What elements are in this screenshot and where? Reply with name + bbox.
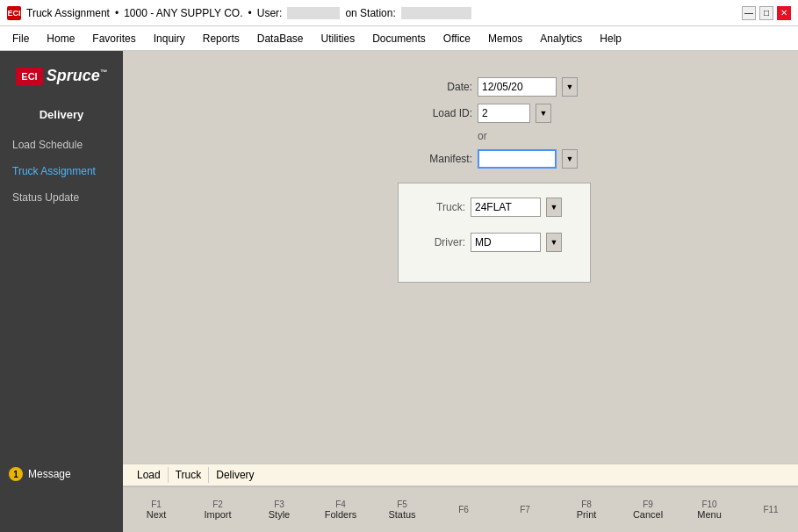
fkey-f10-label: Menu	[697, 509, 722, 520]
driver-dropdown-btn[interactable]: ▼	[546, 233, 562, 252]
loadid-input[interactable]	[478, 104, 530, 123]
menu-file[interactable]: File	[4, 29, 38, 48]
station-label: on Station:	[345, 7, 395, 19]
fkey-f3-num: F3	[274, 500, 284, 509]
title-separator2: •	[248, 7, 252, 19]
fkey-bar: F1 Next F2 Import F3 Style F4 Folders F5…	[123, 486, 798, 532]
manifest-row: Manifest: ▼	[411, 149, 578, 169]
fkey-f6[interactable]: F6	[434, 501, 493, 518]
bottom-tab-bar: Load Truck Delivery Document	[123, 464, 798, 486]
date-input[interactable]	[478, 77, 557, 97]
menu-database[interactable]: DataBase	[248, 29, 313, 48]
sidebar: ECI Spruce™ Delivery Load Schedule Truck…	[0, 51, 123, 532]
truck-box: Truck: ▼ Driver: ▼	[398, 183, 591, 283]
menu-help[interactable]: Help	[591, 29, 630, 48]
fkey-f9[interactable]: F9 Cancel	[618, 496, 678, 523]
menu-home[interactable]: Home	[38, 29, 83, 48]
manifest-dropdown-btn[interactable]: ▼	[562, 149, 578, 169]
message-label: Message	[28, 468, 71, 480]
driver-label: Driver:	[420, 236, 465, 248]
menu-analytics[interactable]: Analytics	[531, 29, 591, 48]
truck-dropdown-btn[interactable]: ▼	[546, 198, 562, 217]
loadid-dropdown-btn[interactable]: ▼	[536, 104, 551, 123]
menu-office[interactable]: Office	[435, 29, 479, 48]
sidebar-item-truck-assignment[interactable]: Truck Assignment	[0, 158, 123, 184]
message-bar[interactable]: 1 Message	[0, 462, 123, 486]
user-value	[287, 7, 340, 19]
minimize-button[interactable]: —	[742, 6, 756, 20]
fkey-f1-num: F1	[151, 500, 162, 509]
content-area: Date: ▼ Load ID: ▼ or Manifest: ▼	[123, 51, 798, 464]
fkey-f9-num: F9	[643, 500, 653, 509]
fkey-f10-num: F10	[701, 500, 716, 509]
fkey-f5[interactable]: F5 Status	[372, 496, 432, 523]
fkey-f9-label: Cancel	[633, 509, 663, 520]
main-content: Date: ▼ Load ID: ▼ or Manifest: ▼	[123, 51, 798, 532]
fkey-f2-label: Import	[204, 509, 231, 520]
company-text: 1000 - ANY SUPPLY CO.	[124, 7, 242, 19]
fkey-f8[interactable]: F8 Print	[557, 496, 616, 523]
message-badge: 1	[9, 467, 23, 481]
fkey-f4[interactable]: F4 Folders	[311, 496, 370, 523]
fkey-f7-num: F7	[520, 505, 530, 514]
fkey-f5-label: Status	[388, 509, 415, 520]
title-bar: ECI Truck Assignment • 1000 - ANY SUPPLY…	[0, 0, 798, 26]
fkey-f4-num: F4	[335, 500, 346, 509]
app-body: ECI Spruce™ Delivery Load Schedule Truck…	[0, 51, 798, 532]
menu-favorites[interactable]: Favorites	[83, 29, 144, 48]
fkey-f5-num: F5	[397, 500, 407, 509]
menu-utilities[interactable]: Utilities	[312, 29, 363, 48]
date-dropdown-btn[interactable]: ▼	[562, 77, 578, 97]
sidebar-nav: Load Schedule Truck Assignment Status Up…	[0, 132, 123, 211]
maximize-button[interactable]: □	[759, 6, 773, 20]
menu-inquiry[interactable]: Inquiry	[145, 29, 194, 48]
fkey-f3-label: Style	[269, 509, 290, 520]
form-section: Date: ▼ Load ID: ▼ or Manifest: ▼	[411, 77, 578, 169]
driver-input[interactable]	[471, 233, 541, 252]
manifest-input[interactable]	[478, 149, 557, 169]
manifest-label: Manifest:	[411, 153, 472, 165]
fkey-f3[interactable]: F3 Style	[249, 496, 309, 523]
sidebar-item-load-schedule[interactable]: Load Schedule	[0, 132, 123, 158]
or-label: or	[478, 130, 487, 142]
fkey-f2-num: F2	[212, 500, 223, 509]
title-text: Truck Assignment	[26, 7, 110, 19]
station-value	[401, 7, 471, 19]
fkey-f11-num: F11	[763, 505, 778, 514]
fkey-f11[interactable]: F11	[741, 501, 798, 518]
menu-memos[interactable]: Memos	[479, 29, 531, 48]
truck-input[interactable]	[471, 198, 541, 217]
menu-reports[interactable]: Reports	[194, 29, 248, 48]
date-row: Date: ▼	[411, 77, 578, 97]
menu-bar: File Home Favorites Inquiry Reports Data…	[0, 26, 798, 51]
menu-documents[interactable]: Documents	[363, 29, 435, 48]
tab-load[interactable]: Load	[130, 467, 169, 483]
fkey-f7[interactable]: F7	[495, 501, 555, 518]
user-label: User:	[257, 7, 283, 19]
fkey-f4-label: Folders	[325, 509, 357, 520]
date-label: Date:	[411, 81, 472, 93]
loadid-label: Load ID:	[411, 107, 472, 119]
tab-truck[interactable]: Truck	[169, 467, 210, 483]
driver-row: Driver: ▼	[420, 233, 569, 252]
truck-row: Truck: ▼	[420, 198, 569, 217]
fkey-f1-label: Next	[147, 509, 167, 520]
fkey-f1[interactable]: F1 Next	[126, 496, 186, 523]
fkey-f8-num: F8	[581, 500, 592, 509]
eci-logo-box: ECI	[16, 68, 42, 85]
tab-delivery[interactable]: Delivery	[209, 467, 261, 483]
truck-label: Truck:	[420, 201, 465, 213]
fkey-f10[interactable]: F10 Menu	[679, 496, 739, 523]
app-icon: ECI	[7, 6, 21, 20]
sidebar-section-title: Delivery	[0, 101, 123, 132]
close-button[interactable]: ✕	[777, 6, 791, 20]
tab-items: Load Truck Delivery	[130, 467, 262, 483]
window-controls: — □ ✕	[742, 6, 791, 20]
sidebar-item-status-update[interactable]: Status Update	[0, 184, 123, 211]
spruce-logo-text: Spruce™	[47, 67, 107, 85]
fkey-f2[interactable]: F2 Import	[188, 496, 248, 523]
title-separator: •	[115, 7, 119, 19]
sidebar-logo: ECI Spruce™	[0, 51, 123, 101]
fkey-f8-label: Print	[577, 509, 597, 520]
fkey-f6-num: F6	[458, 505, 469, 514]
